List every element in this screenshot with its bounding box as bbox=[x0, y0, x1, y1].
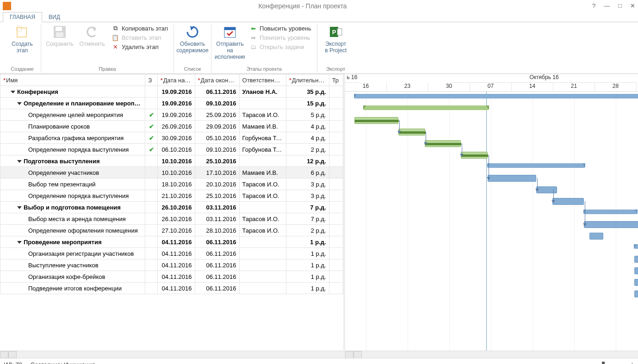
zoom-in-icon[interactable]: + bbox=[630, 361, 634, 364]
save-button: Сохранить bbox=[46, 24, 74, 47]
close-icon[interactable]: ✕ bbox=[630, 2, 635, 9]
gantt-bar[interactable] bbox=[589, 233, 603, 240]
gantt-bar[interactable] bbox=[354, 94, 638, 99]
gantt-scrollbar[interactable] bbox=[345, 351, 638, 358]
msproject-icon: P bbox=[328, 24, 344, 40]
gantt-bar[interactable] bbox=[488, 175, 536, 182]
col-resp[interactable]: Ответственный bbox=[239, 74, 286, 86]
status-id: ИД: 78 bbox=[4, 361, 22, 364]
level-up-button[interactable]: ⬅Повысить уровень bbox=[248, 24, 312, 32]
send-execute-button[interactable]: Отправить на исполнение bbox=[216, 24, 244, 60]
gantt-bar[interactable] bbox=[584, 210, 637, 214]
svg-text:P: P bbox=[332, 29, 336, 36]
app-icon[interactable] bbox=[3, 2, 11, 10]
gantt-bar[interactable] bbox=[364, 105, 489, 110]
gantt-bar[interactable] bbox=[584, 221, 638, 228]
window-title: Конференция - План проекта bbox=[13, 2, 592, 10]
table-row[interactable]: Выбор места и аренда помещения26.10.2016… bbox=[0, 213, 343, 225]
calendar-check-icon bbox=[222, 24, 238, 40]
table-row[interactable]: Выбор тем презентаций18.10.201620.10.201… bbox=[0, 179, 343, 190]
col-t[interactable]: Тр bbox=[329, 74, 343, 86]
svg-rect-11 bbox=[224, 27, 235, 30]
undo-button: Отменить bbox=[78, 24, 106, 47]
arrow-left-icon: ⬅ bbox=[249, 25, 257, 32]
gantt-bar[interactable] bbox=[488, 163, 585, 168]
gantt-bar[interactable] bbox=[552, 198, 584, 205]
task-grid[interactable]: Имя З Дата начала Дата окончания Ответст… bbox=[0, 74, 345, 358]
gantt-bar[interactable] bbox=[536, 186, 557, 193]
table-row[interactable]: Организация кофе-брейков04.11.201606.11.… bbox=[0, 271, 343, 283]
svg-rect-14 bbox=[337, 29, 342, 35]
gantt-bar[interactable] bbox=[354, 117, 398, 124]
arrow-right-icon: ➡ bbox=[249, 34, 257, 41]
table-row[interactable]: Проведение мероприятия04.11.201606.11.20… bbox=[0, 236, 343, 248]
table-row[interactable]: Подготовка выступления10.10.201625.10.20… bbox=[0, 155, 343, 167]
table-row[interactable]: Планирование сроков✔26.09.201629.09.2016… bbox=[0, 121, 343, 132]
gantt-bar[interactable] bbox=[461, 152, 488, 159]
table-row[interactable]: Выбор и подготовка помещения26.10.201603… bbox=[0, 202, 343, 213]
col-name[interactable]: Имя bbox=[0, 74, 145, 86]
ribbon: Создать этап Создание Сохранить Отменить… bbox=[0, 22, 638, 74]
maximize-icon[interactable]: □ bbox=[618, 2, 622, 9]
table-row[interactable]: Определение порядка выступления21.10.201… bbox=[0, 190, 343, 202]
tab-main[interactable]: ГЛАВНАЯ bbox=[3, 12, 42, 22]
save-big-icon bbox=[52, 24, 68, 40]
undo-icon bbox=[84, 24, 100, 40]
zoom-out-icon[interactable]: − bbox=[569, 361, 573, 364]
gantt-bar[interactable] bbox=[634, 290, 638, 297]
minimize-icon[interactable]: — bbox=[604, 2, 610, 9]
gantt-bar[interactable] bbox=[634, 244, 638, 249]
svg-rect-7 bbox=[56, 32, 63, 37]
paste-stage-button: 📋Вставить этап bbox=[111, 33, 169, 42]
zoom-control[interactable]: − + bbox=[569, 361, 634, 364]
open-icon: 🗂 bbox=[249, 43, 257, 50]
titlebar: Конференция - План проекта ? — □ ✕ bbox=[0, 0, 638, 12]
table-row[interactable]: Определение участников10.10.201617.10.20… bbox=[0, 167, 343, 179]
tab-view[interactable]: ВИД bbox=[42, 12, 67, 22]
gantt-bar[interactable] bbox=[425, 140, 461, 147]
grid-scrollbar[interactable] bbox=[0, 351, 343, 358]
refresh-icon bbox=[185, 24, 200, 40]
refresh-button[interactable]: Обновить содержимое bbox=[179, 24, 206, 54]
col-status[interactable]: З bbox=[145, 74, 157, 86]
copy-icon: ⧉ bbox=[111, 25, 119, 32]
statusbar: ИД: 78 Состояние: Инициация − + bbox=[0, 358, 638, 364]
new-icon bbox=[14, 24, 30, 40]
gantt-bar[interactable] bbox=[634, 267, 638, 274]
gantt-chart[interactable]: ь 16Октябрь 1616233007142128 bbox=[345, 74, 638, 358]
export-project-button[interactable]: P Экспорт в Project bbox=[322, 24, 350, 54]
table-row[interactable]: Определение порядка выступления✔06.10.20… bbox=[0, 144, 343, 155]
help-icon[interactable]: ? bbox=[592, 2, 595, 9]
delete-stage-button[interactable]: ✕Удалить этап bbox=[111, 43, 169, 51]
table-row[interactable]: Определение оформления помещения27.10.20… bbox=[0, 225, 343, 236]
gantt-bar[interactable] bbox=[634, 279, 638, 286]
ribbon-tabs: ГЛАВНАЯ ВИД bbox=[0, 12, 638, 22]
table-row[interactable]: Конференция19.09.201606.11.2016Уланов Н.… bbox=[0, 86, 343, 98]
delete-icon: ✕ bbox=[111, 43, 119, 50]
col-end[interactable]: Дата окончания bbox=[195, 74, 239, 86]
gantt-bar[interactable] bbox=[634, 256, 638, 263]
gantt-bar[interactable] bbox=[398, 129, 425, 136]
col-dur[interactable]: Длительность bbox=[286, 74, 329, 86]
paste-icon: 📋 bbox=[111, 34, 119, 41]
table-row[interactable]: Разработка графика мероприятия✔30.09.201… bbox=[0, 132, 343, 144]
table-row[interactable]: Определение и планирование мероприятия19… bbox=[0, 98, 343, 109]
level-down-button: ➡Понизить уровень bbox=[248, 33, 312, 42]
svg-rect-6 bbox=[56, 27, 62, 31]
table-row[interactable]: Выступление участников04.11.201606.11.20… bbox=[0, 259, 343, 271]
table-row[interactable]: Организация регистрации участников04.11.… bbox=[0, 248, 343, 259]
copy-stage-button[interactable]: ⧉Копировать этап bbox=[111, 24, 169, 32]
col-start[interactable]: Дата начала bbox=[157, 74, 195, 86]
table-row[interactable]: Подведение итогов конференции04.11.20160… bbox=[0, 283, 343, 294]
create-stage-button[interactable]: Создать этап bbox=[8, 24, 36, 54]
table-row[interactable]: Определение целей мероприятия✔19.09.2016… bbox=[0, 109, 343, 121]
status-state: Состояние: Инициация bbox=[31, 361, 95, 364]
open-tasks-button: 🗂Открыть задачи bbox=[248, 43, 312, 51]
